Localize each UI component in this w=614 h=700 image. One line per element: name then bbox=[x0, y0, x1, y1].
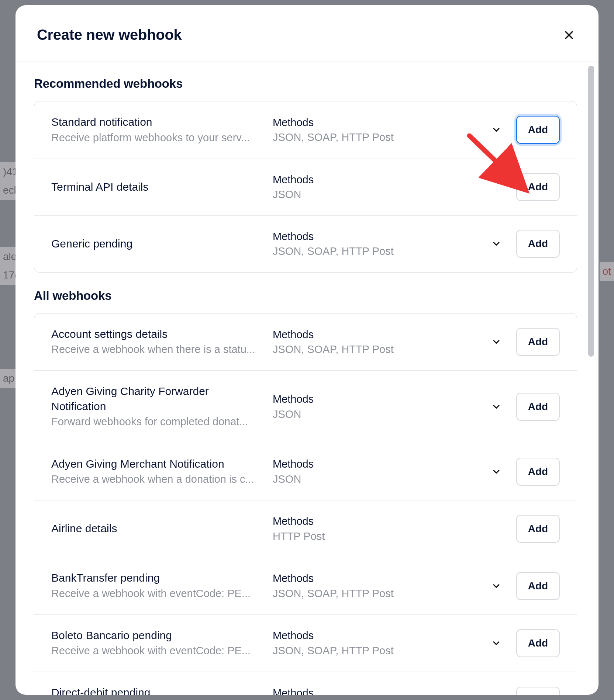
webhook-row: BankTransfer pendingReceive a webhook wi… bbox=[34, 557, 577, 614]
webhook-title: Adyen Giving Merchant Notification bbox=[51, 457, 262, 472]
webhook-info: Generic pending bbox=[51, 236, 262, 252]
section-heading-recommended: Recommended webhooks bbox=[34, 77, 577, 91]
section-heading-all: All webhooks bbox=[34, 289, 577, 303]
webhook-actions: Add bbox=[488, 230, 560, 258]
add-button[interactable]: Add bbox=[516, 230, 560, 258]
methods-value: JSON bbox=[273, 407, 477, 422]
methods-label: Methods bbox=[273, 392, 477, 407]
webhook-description: Receive a webhook with eventCode: PE... bbox=[51, 586, 262, 601]
webhook-actions: Add bbox=[488, 393, 560, 421]
webhook-info: Boleto Bancario pendingReceive a webhook… bbox=[51, 628, 262, 659]
webhook-title: Terminal API details bbox=[51, 180, 262, 195]
webhook-description: Forward webhooks for completed donat... bbox=[51, 414, 262, 429]
add-button[interactable]: Add bbox=[516, 629, 560, 657]
methods-label: Methods bbox=[273, 628, 477, 643]
expand-toggle[interactable] bbox=[488, 122, 504, 138]
webhook-methods: MethodsJSON, SOAP, HTTP Post bbox=[273, 229, 477, 259]
scrollbar-thumb[interactable] bbox=[588, 66, 594, 357]
webhook-row: Direct-debit pendingReceive a webhook wi… bbox=[34, 672, 577, 695]
methods-label: Methods bbox=[273, 514, 477, 529]
webhook-actions: Add bbox=[488, 458, 560, 486]
chevron-down-icon bbox=[491, 467, 501, 477]
add-button[interactable]: Add bbox=[516, 458, 560, 486]
webhook-title: BankTransfer pending bbox=[51, 571, 262, 586]
methods-label: Methods bbox=[273, 229, 477, 244]
methods-value: HTTP Post bbox=[273, 529, 477, 544]
webhook-title: Boleto Bancario pending bbox=[51, 628, 262, 643]
expand-toggle[interactable] bbox=[488, 635, 504, 651]
create-webhook-modal: Create new webhook Recommended webhooks … bbox=[15, 5, 599, 695]
webhook-info: BankTransfer pendingReceive a webhook wi… bbox=[51, 571, 262, 601]
webhook-info: Terminal API details bbox=[51, 180, 262, 195]
all-webhooks-list: Account settings detailsReceive a webhoo… bbox=[34, 313, 577, 695]
methods-value: JSON, SOAP, HTTP Post bbox=[273, 643, 477, 658]
webhook-description: Receive platform webhooks to your serv..… bbox=[51, 130, 262, 145]
expand-toggle[interactable] bbox=[488, 399, 504, 415]
add-button[interactable]: Add bbox=[516, 173, 560, 201]
methods-label: Methods bbox=[273, 327, 477, 342]
webhook-methods: MethodsJSON bbox=[273, 457, 477, 486]
webhook-info: Account settings detailsReceive a webhoo… bbox=[51, 327, 262, 357]
chevron-down-icon bbox=[491, 402, 501, 412]
webhook-info: Direct-debit pendingReceive a webhook wi… bbox=[51, 685, 262, 695]
methods-value: JSON, SOAP, HTTP Post bbox=[273, 342, 477, 357]
methods-value: JSON bbox=[273, 472, 477, 487]
methods-value: JSON, SOAP, HTTP Post bbox=[273, 586, 477, 601]
webhook-actions: Add bbox=[488, 173, 560, 201]
webhook-info: Adyen Giving Charity Forwarder Notificat… bbox=[51, 384, 262, 429]
webhook-description: Receive a webhook when a donation is c..… bbox=[51, 471, 262, 487]
add-button[interactable]: Add bbox=[516, 687, 560, 695]
chevron-down-icon bbox=[491, 638, 501, 648]
modal-title: Create new webhook bbox=[37, 27, 182, 43]
add-button[interactable]: Add bbox=[516, 572, 560, 600]
methods-label: Methods bbox=[273, 571, 477, 586]
close-icon bbox=[563, 30, 575, 41]
webhook-info: Standard notificationReceive platform we… bbox=[51, 115, 262, 145]
webhook-description: Receive a webhook when there is a statu.… bbox=[51, 342, 262, 357]
webhook-actions: Add bbox=[488, 629, 560, 657]
add-button[interactable]: Add bbox=[516, 393, 560, 421]
webhook-row: Airline detailsMethodsHTTP PostAdd bbox=[34, 500, 577, 557]
webhook-methods: MethodsJSON, SOAP, HTTP Post bbox=[273, 571, 477, 601]
webhook-description: Receive a webhook with eventCode: PE... bbox=[51, 643, 262, 658]
add-button[interactable]: Add bbox=[516, 116, 560, 144]
webhook-row: Terminal API detailsMethodsJSONAdd bbox=[34, 159, 577, 215]
methods-value: JSON, SOAP, HTTP Post bbox=[273, 130, 477, 145]
webhook-row: Adyen Giving Merchant NotificationReceiv… bbox=[34, 443, 577, 500]
expand-toggle[interactable] bbox=[488, 464, 504, 480]
webhook-row: Generic pendingMethodsJSON, SOAP, HTTP P… bbox=[34, 215, 577, 272]
chevron-down-icon bbox=[491, 125, 501, 135]
modal-header: Create new webhook bbox=[15, 5, 599, 62]
expand-toggle[interactable] bbox=[488, 578, 504, 594]
add-button[interactable]: Add bbox=[516, 328, 560, 356]
webhook-actions: Add bbox=[488, 687, 560, 695]
methods-value: JSON bbox=[273, 187, 477, 202]
webhook-row: Standard notificationReceive platform we… bbox=[34, 101, 577, 159]
webhook-methods: MethodsJSON, SOAP, HTTP Post bbox=[273, 686, 477, 695]
webhook-methods: MethodsJSON bbox=[273, 392, 477, 422]
chevron-down-icon bbox=[491, 239, 501, 249]
expand-toggle[interactable] bbox=[488, 693, 504, 695]
chevron-down-icon bbox=[491, 581, 501, 591]
webhook-actions: Add bbox=[488, 328, 560, 356]
webhook-info: Airline details bbox=[51, 521, 262, 536]
modal-body-scroll[interactable]: Recommended webhooks Standard notificati… bbox=[15, 62, 599, 695]
webhook-methods: MethodsJSON bbox=[273, 172, 477, 202]
recommended-webhooks-list: Standard notificationReceive platform we… bbox=[34, 101, 577, 273]
webhook-row: Account settings detailsReceive a webhoo… bbox=[34, 313, 577, 371]
expand-toggle[interactable] bbox=[488, 334, 504, 350]
webhook-row: Adyen Giving Charity Forwarder Notificat… bbox=[34, 370, 577, 443]
webhook-methods: MethodsHTTP Post bbox=[273, 514, 477, 544]
webhook-title: Standard notification bbox=[51, 115, 262, 130]
webhook-methods: MethodsJSON, SOAP, HTTP Post bbox=[273, 115, 477, 145]
webhook-title: Generic pending bbox=[51, 236, 262, 252]
close-button[interactable] bbox=[561, 27, 577, 43]
chevron-down-icon bbox=[491, 337, 501, 347]
methods-label: Methods bbox=[273, 457, 477, 472]
methods-label: Methods bbox=[273, 686, 477, 695]
expand-toggle[interactable] bbox=[488, 236, 504, 252]
webhook-title: Account settings details bbox=[51, 327, 262, 342]
add-button[interactable]: Add bbox=[516, 515, 560, 543]
webhook-methods: MethodsJSON, SOAP, HTTP Post bbox=[273, 628, 477, 658]
methods-value: JSON, SOAP, HTTP Post bbox=[273, 244, 477, 259]
